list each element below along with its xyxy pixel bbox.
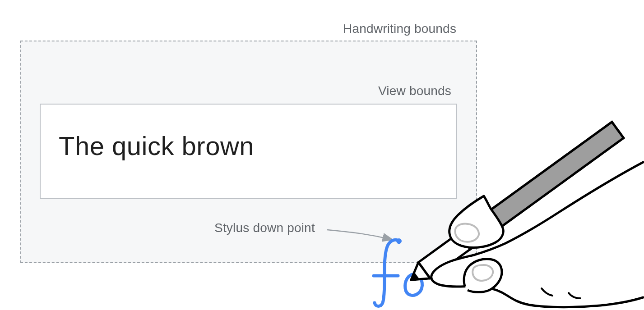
svg-rect-1 [459, 122, 624, 249]
handwriting-stroke-o [405, 274, 422, 295]
stylus-down-point-label: Stylus down point [214, 221, 315, 235]
view-bounds-label: View bounds [378, 84, 451, 98]
text-field-value: The quick brown [59, 131, 254, 161]
handwriting-bounds-label: Handwriting bounds [343, 22, 456, 36]
